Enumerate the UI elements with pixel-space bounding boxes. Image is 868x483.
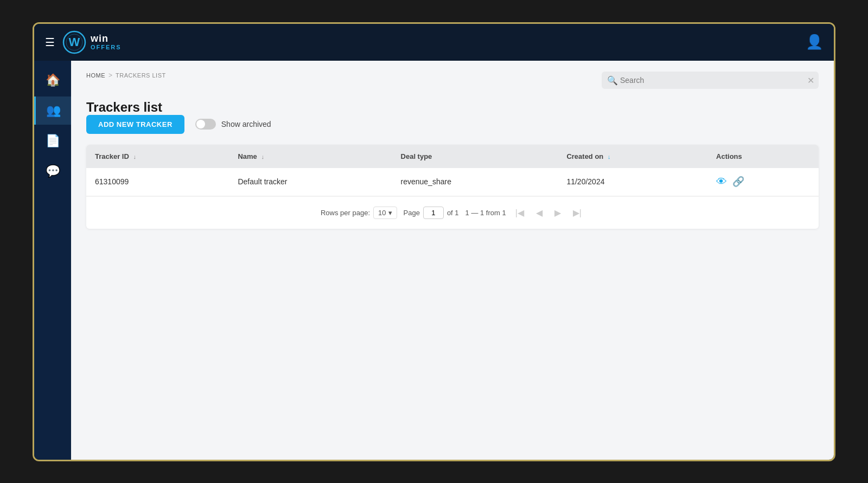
users-icon: 👥: [46, 104, 61, 118]
last-page-button[interactable]: ▶|: [570, 207, 584, 219]
navbar-left: ☰ W win OFFERS: [45, 30, 122, 54]
first-page-button[interactable]: |◀: [513, 207, 527, 219]
show-archived-toggle[interactable]: [195, 119, 216, 130]
rows-per-page-label: Rows per page:: [321, 209, 370, 217]
search-icon: 🔍: [607, 75, 618, 85]
search-clear-icon[interactable]: ✕: [807, 75, 814, 85]
sort-icon-tracker-id: ↓: [133, 153, 137, 160]
rows-per-page-value: 10: [378, 209, 386, 217]
logo-area: W win OFFERS: [62, 30, 122, 54]
show-archived-label: Show archived: [221, 120, 271, 128]
rows-per-page: Rows per page: 10 ▾: [321, 207, 397, 219]
col-deal-type-label: Deal type: [401, 152, 432, 160]
cell-name: Default tracker: [229, 168, 392, 196]
search-bar: 🔍 ✕: [602, 72, 819, 89]
trackers-table: Tracker ID ↓ Name ↓ Deal type: [86, 145, 819, 196]
col-tracker-id-label: Tracker ID: [95, 152, 129, 160]
messages-icon: 💬: [46, 164, 60, 178]
sidebar-item-users[interactable]: 👥: [34, 96, 71, 125]
cell-deal-type: revenue_share: [392, 168, 558, 196]
page-label: Page: [404, 209, 420, 217]
breadcrumb-current: TRACKERS LIST: [116, 72, 166, 79]
actions-cell: 👁 🔗: [716, 176, 810, 188]
cell-tracker-id: 61310099: [86, 168, 229, 196]
top-section: HOME > TRACKERS LIST 🔍 ✕: [86, 72, 819, 89]
breadcrumb-separator: >: [108, 72, 112, 79]
col-created-on[interactable]: Created on ↓: [558, 145, 707, 168]
breadcrumb: HOME > TRACKERS LIST: [86, 72, 166, 79]
col-actions: Actions: [707, 145, 819, 168]
col-deal-type: Deal type: [392, 145, 558, 168]
col-name-label: Name: [238, 152, 257, 160]
user-account-icon[interactable]: 👤: [806, 34, 823, 50]
rows-per-page-select[interactable]: 10 ▾: [373, 207, 397, 219]
logo-icon: W: [62, 30, 86, 54]
hamburger-icon[interactable]: ☰: [45, 36, 55, 49]
search-input[interactable]: [602, 72, 819, 89]
toggle-knob: [196, 120, 205, 128]
page-input-wrap: Page of 1: [404, 207, 459, 219]
page-title: Trackers list: [86, 100, 819, 115]
sidebar-item-reports[interactable]: 📄: [34, 127, 71, 155]
pagination-row: Rows per page: 10 ▾ Page of 1 1 — 1 from…: [86, 196, 819, 229]
navbar-right: 👤: [806, 34, 823, 50]
show-archived-row: Show archived: [195, 119, 271, 130]
logo-win-text: win: [91, 34, 122, 44]
rows-per-page-dropdown-icon: ▾: [388, 209, 392, 217]
link-action-icon[interactable]: 🔗: [732, 176, 744, 188]
cell-actions: 👁 🔗: [707, 168, 819, 196]
table-header-row: Tracker ID ↓ Name ↓ Deal type: [86, 145, 819, 168]
page-number-input[interactable]: [423, 207, 444, 219]
reports-icon: 📄: [46, 134, 60, 148]
sidebar-item-messages[interactable]: 💬: [34, 157, 71, 185]
logo-text: win OFFERS: [91, 34, 122, 51]
col-name[interactable]: Name ↓: [229, 145, 392, 168]
logo-offers-text: OFFERS: [91, 44, 122, 50]
sort-icon-created-on: ↓: [608, 153, 611, 160]
content-area: HOME > TRACKERS LIST 🔍 ✕ Trackers list A…: [71, 61, 834, 460]
toolbar: ADD NEW TRACKER Show archived: [86, 115, 819, 134]
next-page-button[interactable]: ▶: [552, 207, 564, 219]
prev-page-button[interactable]: ◀: [533, 207, 545, 219]
home-icon: 🏠: [46, 73, 60, 87]
navbar: ☰ W win OFFERS 👤: [34, 24, 834, 61]
col-actions-label: Actions: [716, 152, 742, 160]
trackers-table-container: Tracker ID ↓ Name ↓ Deal type: [86, 145, 819, 229]
col-tracker-id[interactable]: Tracker ID ↓: [86, 145, 229, 168]
add-new-tracker-button[interactable]: ADD NEW TRACKER: [86, 115, 184, 134]
sidebar: 🏠 👥 📄 💬: [34, 61, 71, 460]
sort-icon-name: ↓: [261, 153, 264, 160]
cell-created-on: 11/20/2024: [558, 168, 707, 196]
col-created-on-label: Created on: [566, 152, 603, 160]
page-of: of 1: [447, 209, 459, 217]
breadcrumb-home: HOME: [86, 72, 105, 79]
svg-text:W: W: [69, 35, 80, 49]
view-action-icon[interactable]: 👁: [716, 176, 727, 188]
table-row: 61310099 Default tracker revenue_share 1…: [86, 168, 819, 196]
main-area: 🏠 👥 📄 💬 HOME > TRACKERS LIST: [34, 61, 834, 460]
sidebar-item-home[interactable]: 🏠: [34, 66, 71, 94]
pagination-info: 1 — 1 from 1: [465, 209, 506, 217]
